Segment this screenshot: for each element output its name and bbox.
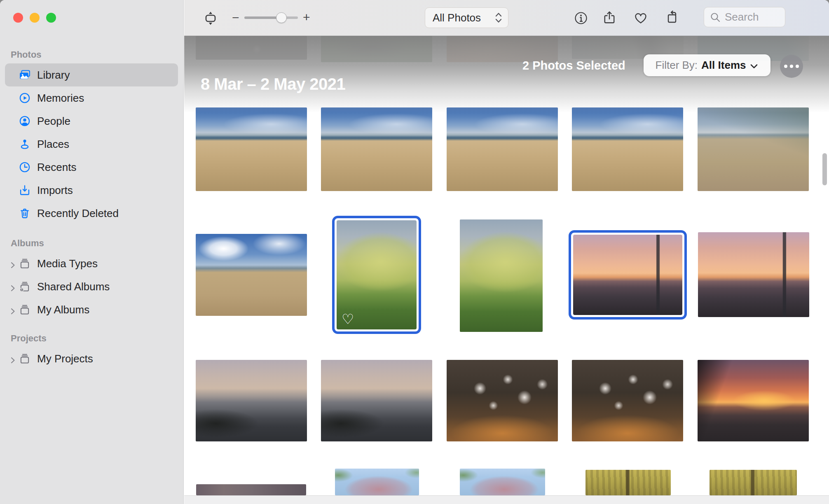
photo-thumbnail[interactable]: [196, 107, 307, 191]
disclosure-area: [5, 355, 19, 363]
memories-icon: [19, 92, 31, 104]
photo-thumbnail[interactable]: [460, 469, 545, 495]
photo-thumbnail[interactable]: [321, 360, 432, 441]
photo-thumbnail[interactable]: [460, 219, 543, 332]
sidebar-item-library[interactable]: Library: [5, 63, 178, 86]
disclosure-area: [5, 306, 19, 314]
sidebar-item-label: People: [37, 115, 70, 128]
photo-thumbnail[interactable]: [321, 36, 432, 62]
window-bottom-strip: [184, 495, 829, 504]
album-icon: [19, 257, 31, 270]
album-icon: [19, 303, 31, 316]
disclosure-chevron-icon[interactable]: [9, 282, 17, 291]
photo-thumbnail[interactable]: [698, 107, 809, 191]
select-chevrons-icon: [494, 12, 503, 24]
sidebar: PhotosLibraryMemoriesPeoplePlacesRecents…: [0, 0, 184, 504]
sidebar-item-label: My Albums: [37, 303, 89, 316]
scrollbar-thumb[interactable]: [822, 153, 827, 185]
toolbar: − + All Photos: [184, 0, 829, 36]
sidebar-section-header: Photos: [11, 49, 178, 61]
photo-thumbnail[interactable]: [196, 234, 307, 316]
sidebar-item-label: Library: [37, 69, 70, 82]
photo-thumbnail-selected[interactable]: [569, 230, 687, 320]
disclosure-chevron-icon[interactable]: [9, 355, 17, 363]
photo-thumbnail[interactable]: [447, 107, 558, 191]
photo-thumbnail[interactable]: [572, 360, 683, 441]
sidebar-item-label: My Projects: [37, 352, 93, 365]
ellipsis-icon: [784, 65, 787, 68]
search-icon: [709, 11, 721, 23]
photo-thumbnail[interactable]: [698, 360, 809, 441]
trash-icon: [19, 207, 31, 219]
sidebar-item-my-albums[interactable]: My Albums: [5, 298, 178, 321]
search-field[interactable]: [704, 7, 785, 27]
sidebar-item-label: Memories: [37, 92, 84, 105]
sidebar-item-media-types[interactable]: Media Types: [5, 252, 178, 275]
library-icon: [19, 69, 31, 81]
sidebar-item-label: Recents: [37, 161, 76, 174]
disclosure-area: [5, 282, 19, 291]
shared-album-icon: [19, 280, 31, 293]
sidebar-item-label: Shared Albums: [37, 280, 110, 293]
photo-thumbnail[interactable]: [585, 470, 671, 495]
imports-icon: [19, 184, 31, 196]
filter-by-dropdown[interactable]: Filter By: All Items: [644, 54, 770, 76]
sidebar-item-imports[interactable]: Imports: [5, 179, 178, 202]
sidebar-item-recently-deleted[interactable]: Recently Deleted: [5, 202, 178, 225]
photo-thumbnail[interactable]: [710, 470, 797, 495]
photo-thumbnail[interactable]: [335, 469, 419, 495]
disclosure-chevron-icon[interactable]: [9, 306, 17, 314]
places-icon: [19, 138, 31, 150]
sidebar-item-recents[interactable]: Recents: [5, 156, 178, 179]
info-button[interactable]: [574, 11, 588, 26]
photo-thumbnail[interactable]: [447, 360, 558, 441]
aspect-ratio-toggle-button[interactable]: [203, 11, 218, 26]
photo-thumbnail[interactable]: [698, 232, 809, 317]
photo-thumbnail[interactable]: [572, 107, 683, 191]
chevron-down-icon: [749, 62, 759, 70]
view-filter-select[interactable]: All Photos: [425, 7, 508, 28]
recents-icon: [19, 161, 31, 173]
filter-label: Filter By:: [656, 59, 698, 72]
share-button[interactable]: [602, 10, 617, 25]
selection-status: 2 Photos Selected: [522, 59, 625, 72]
sidebar-item-label: Places: [37, 138, 69, 151]
view-filter-value: All Photos: [433, 12, 494, 24]
sidebar-section-header: Albums: [11, 238, 178, 249]
search-input[interactable]: [724, 10, 779, 24]
photo-thumbnail[interactable]: [196, 36, 307, 60]
sidebar-section-header: Projects: [11, 333, 178, 344]
disclosure-chevron-icon[interactable]: [9, 259, 17, 268]
favorite-heart-icon: ♡: [342, 312, 354, 326]
favorite-button[interactable]: [633, 11, 648, 26]
people-icon: [19, 115, 31, 127]
zoom-in-button[interactable]: +: [303, 11, 310, 23]
photo-image: ♡: [337, 220, 417, 329]
photo-thumbnail[interactable]: [196, 484, 306, 495]
disclosure-area: [5, 259, 19, 268]
sidebar-item-label: Media Types: [37, 257, 98, 270]
more-options-button[interactable]: [780, 55, 803, 78]
sidebar-item-label: Imports: [37, 184, 73, 197]
sidebar-item-places[interactable]: Places: [5, 133, 178, 156]
date-range-header: 8 Mar – 2 May 2021: [201, 75, 345, 93]
zoom-slider-knob[interactable]: [276, 12, 287, 23]
photo-thumbnail[interactable]: [447, 36, 558, 62]
photo-thumbnail[interactable]: [321, 107, 432, 191]
photos-app-window: PhotosLibraryMemoriesPeoplePlacesRecents…: [0, 0, 829, 504]
thumbnail-zoom-slider[interactable]: [244, 16, 298, 19]
photo-thumbnail[interactable]: [196, 360, 307, 441]
photo-image: [573, 235, 682, 315]
zoom-out-button[interactable]: −: [232, 12, 239, 24]
album-icon: [19, 352, 31, 365]
sidebar-item-memories[interactable]: Memories: [5, 86, 178, 110]
rotate-button[interactable]: [665, 10, 681, 26]
sidebar-item-shared-albums[interactable]: Shared Albums: [5, 275, 178, 298]
filter-value: All Items: [701, 59, 746, 72]
sidebar-navigation: PhotosLibraryMemoriesPeoplePlacesRecents…: [5, 0, 178, 370]
photo-thumbnail-selected[interactable]: ♡: [332, 216, 421, 334]
sidebar-item-my-projects[interactable]: My Projects: [5, 347, 178, 370]
sidebar-item-label: Recently Deleted: [37, 207, 119, 220]
sidebar-item-people[interactable]: People: [5, 110, 178, 133]
